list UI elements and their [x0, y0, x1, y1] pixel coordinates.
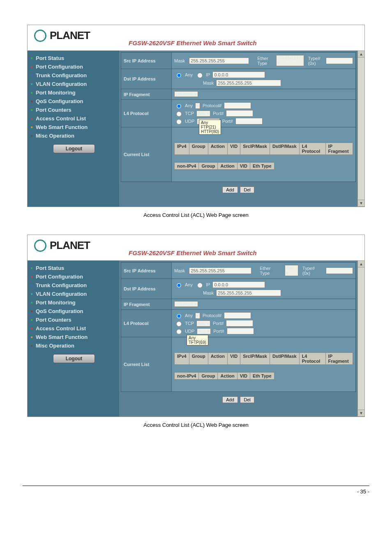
l4-protocol-input[interactable] [224, 312, 251, 319]
l4-any-label: Any [185, 313, 193, 318]
dst-any-radio[interactable] [176, 73, 182, 78]
type-hash-label: Type#(0x) [308, 56, 322, 66]
l4-tcp-label: TCP [185, 321, 194, 326]
src-mask-input[interactable] [189, 267, 251, 274]
sidebar-item-web-smart[interactable]: Web Smart Function [31, 123, 117, 131]
l4-udp-port-input[interactable] [227, 328, 254, 334]
scroll-down-icon[interactable]: ▼ [357, 410, 365, 417]
row-label-l4: L4 Protocol [121, 100, 172, 127]
brand-logo-icon [34, 240, 46, 252]
sidebar-2: Port Status Port Configuration Trunk Con… [28, 260, 119, 417]
l4-tcp-radio[interactable] [176, 321, 182, 327]
logout-button[interactable]: Logout [53, 354, 95, 363]
sidebar-item-vlan-config[interactable]: VLAN Configuration [31, 290, 117, 298]
sidebar-item-port-counters[interactable]: Port Counters [31, 106, 117, 114]
caption-2: Access Control List (ACL) Web Page scree… [23, 422, 369, 428]
dst-ip-radio[interactable] [197, 73, 203, 78]
sidebar-item-qos-config[interactable]: QoS Configuration [31, 307, 117, 315]
l4-any-label: Any [185, 103, 193, 108]
scrollbar[interactable]: ▲ ▼ [357, 51, 364, 207]
scroll-up-icon[interactable]: ▲ [357, 51, 365, 58]
sidebar-item-port-status[interactable]: Port Status [31, 54, 117, 62]
add-button[interactable]: Add [222, 187, 238, 193]
l4-udp-radio[interactable] [176, 329, 182, 334]
l4-protocol-field: Protocol# [203, 313, 221, 318]
sidebar-item-port-config[interactable]: Port Configuration [31, 62, 117, 71]
l4-udp-label: UDP [185, 329, 194, 334]
row-label-dst-ip: Dst IP Address [121, 69, 172, 89]
sidebar-item-port-monitor[interactable]: Port Monitoring [31, 88, 117, 97]
dst-ip-label: IP [206, 282, 210, 287]
del-button[interactable]: Del [240, 396, 254, 403]
sidebar-item-acl[interactable]: Access Control List [31, 324, 117, 333]
row-label-current-list: Current List [121, 337, 172, 392]
src-mask-input[interactable] [189, 58, 249, 64]
scrollbar[interactable]: ▲ ▼ [357, 260, 364, 417]
dst-any-label: Any [185, 72, 193, 77]
l4-protocol-input[interactable] [224, 102, 251, 109]
row-label-src-ip: Src IP Address [121, 263, 172, 279]
ip-fragment-select[interactable]: Uncheck ▾ [174, 301, 198, 307]
ether-type-select[interactable]: Any ▾ [285, 265, 298, 276]
nonipv4-headers: non-IPv4 Group Action VID Eth Type [174, 162, 353, 170]
l4-tcp-label: TCP [185, 111, 194, 116]
scroll-up-icon[interactable]: ▲ [357, 260, 365, 267]
type-hash-input[interactable] [326, 267, 353, 274]
dst-mask-label: Mask [203, 81, 214, 85]
sidebar-item-web-smart[interactable]: Web Smart Function [31, 333, 117, 341]
logout-button[interactable]: Logout [53, 144, 95, 153]
brand-name: PLANET [50, 239, 90, 252]
l4-any-radio[interactable] [176, 313, 182, 319]
l4-protocol-field: Protocol# [203, 103, 221, 108]
sidebar-item-port-status[interactable]: Port Status [31, 264, 117, 272]
l4-tcp-port-input[interactable] [226, 110, 253, 117]
row-label-ip-fragment: IP Fragment [121, 89, 172, 100]
l4-tcp-port-input[interactable] [226, 320, 253, 327]
del-button[interactable]: Del [240, 187, 254, 193]
sidebar-item-misc[interactable]: Misc Operation [31, 341, 117, 350]
sidebar-item-misc[interactable]: Misc Operation [31, 131, 117, 140]
dst-ip-radio[interactable] [197, 283, 203, 288]
sidebar-item-trunk-config[interactable]: Trunk Configuration [31, 281, 117, 290]
sidebar-item-port-monitor[interactable]: Port Monitoring [31, 298, 117, 307]
l4-tcp-radio[interactable] [176, 111, 182, 117]
l4-tcp-select[interactable]: Any ▾ [196, 111, 210, 117]
l4-udp-port-label: Port# [213, 329, 224, 334]
l4-protocol-select[interactable]: ▾ [195, 103, 200, 109]
l4-protocol-select[interactable]: ▾ [195, 313, 200, 319]
sidebar-item-acl[interactable]: Access Control List [31, 114, 117, 123]
sidebar-item-vlan-config[interactable]: VLAN Configuration [31, 80, 117, 88]
add-button[interactable]: Add [222, 396, 238, 403]
sidebar-item-port-counters[interactable]: Port Counters [31, 315, 117, 324]
dst-mask-input[interactable] [216, 80, 281, 86]
l4-udp-port-input[interactable] [235, 118, 263, 124]
l4-tcp-port-label: Port# [213, 321, 224, 326]
dst-mask-label: Mask [203, 290, 214, 295]
sidebar-item-qos-config[interactable]: QoS Configuration [31, 97, 117, 106]
ip-fragment-select[interactable]: Uncheck ▾ [174, 91, 198, 97]
dst-any-radio[interactable] [176, 283, 182, 288]
caption-1: Access Control List (ACL) Web Page scree… [23, 212, 369, 218]
row-label-src-ip: Src IP Address [121, 53, 172, 69]
scroll-down-icon[interactable]: ▼ [357, 200, 365, 207]
l4-udp-select[interactable]: Any ▾ [197, 328, 211, 334]
dst-mask-input[interactable] [216, 290, 281, 296]
ether-type-select[interactable]: IPX(0x8137) ▾ [276, 55, 304, 66]
l4-any-radio[interactable] [176, 104, 182, 109]
dst-any-label: Any [185, 282, 193, 287]
mask-label: Mask [174, 58, 185, 63]
l4-udp-label: UDP [185, 119, 194, 124]
ether-type-label: Ether Type [257, 56, 272, 66]
sidebar-item-trunk-config[interactable]: Trunk Configuration [31, 71, 117, 80]
l4-tcp-select[interactable]: Any ▾ [196, 320, 210, 327]
row-label-ip-fragment: IP Fragment [121, 299, 172, 310]
l4-udp-port-label: Port# [222, 119, 233, 124]
l4-udp-radio[interactable] [176, 119, 182, 124]
sidebar-item-port-config[interactable]: Port Configuration [31, 272, 117, 281]
dst-ip-input[interactable] [212, 71, 265, 78]
ipv4-headers: IPv4 Group Action VID SrcIP/Mask DstIP/M… [174, 352, 353, 365]
row-label-current-list: Current List [121, 127, 172, 182]
type-hash-input[interactable] [326, 58, 353, 64]
brand-logo-icon [34, 30, 46, 42]
dst-ip-input[interactable] [212, 281, 265, 288]
